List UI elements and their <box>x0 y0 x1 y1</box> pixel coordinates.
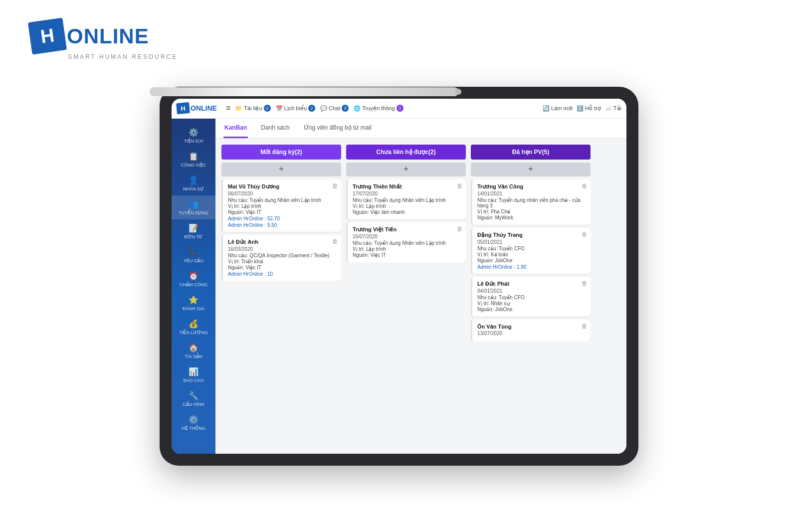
kanban-column-dahenpv: Đã hẹn PV(5) + 🗑 Trương Văn Công 14/01/2… <box>471 145 591 448</box>
card-name: Ôn Văn Tùng <box>477 324 586 330</box>
nav-item-chat[interactable]: 💬 Chat 0 <box>320 105 349 112</box>
sidebar-item-chamcong[interactable]: ⏰ CHẤM CÔNG <box>172 267 215 291</box>
hamburger-icon[interactable]: ≡ <box>226 104 230 113</box>
nhansu-icon: 👤 <box>189 176 199 185</box>
topbar-nav: 📁 Tài liệu 0 📅 Lịch biểu 2 💬 Chat 0 <box>235 105 540 112</box>
nav-lichbieu-label: Lịch biểu <box>284 105 307 112</box>
tienich-icon: ⚙️ <box>189 128 199 137</box>
card-nguon: Nguồn: Việc làm nhanh <box>353 209 461 215</box>
kanban-card-leducanh: 🗑 Lê Đức Anh 16/03/2020 Nhu cầu: QC/QA I… <box>221 235 341 281</box>
card-vitri: Vị trí: Pha Chế <box>477 209 586 214</box>
page-wrapper: H ONLINE SMART HUMAN RESOURCE H ONLINE ≡… <box>0 0 798 532</box>
sidebar-yeucau-label: YÊU CẦU <box>184 258 203 263</box>
sidebar-congviec-label: CÔNG VIỆC <box>181 163 206 168</box>
card-nguon: Nguồn: Việc IT <box>353 252 461 258</box>
help-icon[interactable]: ℹ️ Hỗ trợ <box>577 105 601 112</box>
card-date: 14/01/2021 <box>477 191 586 196</box>
card-vitri: Vị trí: Lập trình <box>228 203 336 209</box>
tablet-screen: H ONLINE ≡ 📁 Tài liệu 0 📅 Lịch biểu 2 <box>172 99 626 454</box>
card-vitri: Vị trí: Kế toán <box>477 252 586 257</box>
card-admin2: Admin HrOnline : 5.50 <box>228 222 336 228</box>
delete-icon[interactable]: 🗑 <box>582 182 588 189</box>
delete-icon[interactable]: 🗑 <box>582 323 588 330</box>
card-nguon: Nguồn: JobOne <box>477 307 586 312</box>
card-vitri: Vị trí: Lập trình <box>353 246 461 252</box>
refresh-icon[interactable]: 🔄 Làm mới <box>543 105 573 112</box>
tab-ungvien[interactable]: Ứng viên đồng bộ từ mail <box>303 119 373 138</box>
kanban-header-chualienhduoc: Chưa liên hệ được(2) <box>346 145 466 160</box>
topbar-logo: H ONLINE <box>177 103 217 114</box>
sidebar-item-donthu[interactable]: 📝 ĐƠN TỪ <box>172 219 215 243</box>
card-date: 17/07/2020 <box>353 191 461 196</box>
card-date: 16/03/2020 <box>228 246 336 252</box>
top-bar: H ONLINE ≡ 📁 Tài liệu 0 📅 Lịch biểu 2 <box>172 99 626 119</box>
kanban-cards-dahenpv: 🗑 Trương Văn Công 14/01/2021 Nhu cầu: Tu… <box>471 179 591 341</box>
sidebar-item-tienluong[interactable]: 💰 TIỀN LƯƠNG <box>172 315 215 339</box>
nav-tailieu-label: Tài liệu <box>244 105 262 112</box>
logo-text: ONLINE <box>67 24 149 48</box>
delete-icon[interactable]: 🗑 <box>582 231 588 238</box>
kanban-column-chualienhduoc: Chưa liên hệ được(2) + 🗑 Trương Thiên Nh… <box>346 145 466 448</box>
sidebar-item-taisan[interactable]: 🏠 TÀI SẢN <box>172 339 215 363</box>
nav-item-tailieu[interactable]: 📁 Tài liệu 0 <box>235 105 270 112</box>
danhgia-icon: ⭐ <box>189 295 199 305</box>
kanban-card-truongvancong: 🗑 Trương Văn Công 14/01/2021 Nhu cầu: Tu… <box>471 179 591 225</box>
tuyendung-icon: 👥 <box>189 199 199 209</box>
kanban-card-onvantung: 🗑 Ôn Văn Tùng 13/07/2020 <box>471 320 591 341</box>
folder-icon: 📁 <box>235 105 242 112</box>
kanban-card-maivuthuyduong: 🗑 Mai Vũ Thùy Dương 06/07/2020 Nhu cầu: … <box>221 179 341 232</box>
sidebar-item-yeucau[interactable]: 📞 YÊU CẦU <box>172 243 215 267</box>
kanban-add-chualienhduoc[interactable]: + <box>346 163 466 177</box>
delete-icon[interactable]: 🗑 <box>332 182 338 189</box>
card-date: 13/07/2020 <box>477 331 586 336</box>
stylus <box>150 87 459 96</box>
kanban-header-moidangky: Mới đăng ký(2) <box>221 145 341 160</box>
tab-kanban[interactable]: KanBan <box>223 119 248 138</box>
sidebar-baocao-label: BÁO CÁO <box>183 378 203 383</box>
delete-icon[interactable]: 🗑 <box>457 225 463 232</box>
chamcong-icon: ⏰ <box>189 271 199 281</box>
topbar-logo-h: H <box>176 102 190 114</box>
main-layout: ⚙️ TIỆN ÍCH 📋 CÔNG VIỆC 👤 NHÂN SỰ 👥 TUYỂ… <box>172 119 626 454</box>
content-area: KanBan Danh sách Ứng viên đồng bộ từ mai… <box>215 119 626 454</box>
card-vitri: Vị trí: Nhân sự <box>477 301 586 306</box>
card-nguon: Nguồn: Việc IT <box>228 265 336 270</box>
card-name: Trương Thiên Nhất <box>353 183 461 190</box>
delete-icon[interactable]: 🗑 <box>457 182 463 189</box>
nav-truyenthong-badge: 3 <box>397 105 403 112</box>
card-name: Lê Đức Anh <box>228 239 336 245</box>
nav-item-truyenthong[interactable]: 🌐 Truyền thông 3 <box>354 105 403 112</box>
card-nhucau: Nhu cầu: QC/QA Inspector (Garment / Text… <box>228 253 336 258</box>
sidebar-tienich-label: TIỆN ÍCH <box>184 139 203 144</box>
sidebar-item-cauhinh[interactable]: 🔧 CẤU HÌNH <box>172 387 215 411</box>
kanban-cards-chualienhduoc: 🗑 Trương Thiên Nhất 17/07/2020 Nhu cầu: … <box>346 179 466 262</box>
sidebar-item-nhansu[interactable]: 👤 NHÂN SỰ <box>172 172 215 195</box>
nav-item-lichbieu[interactable]: 📅 Lịch biểu 2 <box>276 105 315 112</box>
kanban-add-moidangky[interactable]: + <box>221 163 341 177</box>
card-name: Trương Văn Công <box>477 183 586 190</box>
sidebar-item-congviec[interactable]: 📋 CÔNG VIỆC <box>172 148 215 172</box>
sidebar-item-baocao[interactable]: 📊 BÁO CÁO <box>172 363 215 387</box>
sidebar-item-hethong[interactable]: ⚙️ HỆ THỐNG <box>172 411 215 435</box>
card-date: 05/01/2021 <box>477 239 586 245</box>
sidebar-item-tuyendung[interactable]: 👥 TUYỂN DỤNG <box>172 195 215 219</box>
sidebar-item-danhgia[interactable]: ⭐ ĐÁNH GIÁ <box>172 291 215 315</box>
tienluong-icon: 💰 <box>189 319 199 329</box>
card-date: 15/07/2020 <box>353 234 461 239</box>
tab-danhsach[interactable]: Danh sách <box>260 119 290 138</box>
delete-icon[interactable]: 🗑 <box>332 238 338 245</box>
delete-icon[interactable]: 🗑 <box>582 280 588 287</box>
kanban-cards-moidangky: 🗑 Mai Vũ Thùy Dương 06/07/2020 Nhu cầu: … <box>221 179 341 281</box>
sidebar-cauhinh-label: CẤU HÌNH <box>183 402 204 407</box>
cloud-icon[interactable]: ☁️ Tải <box>605 105 621 112</box>
card-nhucau: Nhu cầu: Tuyển dụng Nhân viên Lập trình <box>353 240 461 246</box>
kanban-card-truongviettien: 🗑 Trương Việt Tiến 15/07/2020 Nhu cầu: T… <box>346 222 466 262</box>
sidebar-chamcong-label: CHẤM CÔNG <box>180 282 207 287</box>
sidebar-tuyendung-label: TUYỂN DỤNG <box>179 210 208 215</box>
chat-icon: 💬 <box>320 105 327 112</box>
topbar-logo-text: ONLINE <box>191 104 217 112</box>
card-name: Lê Đức Phát <box>477 281 586 287</box>
sidebar-item-tienich[interactable]: ⚙️ TIỆN ÍCH <box>172 124 215 148</box>
nav-chat-label: Chat <box>329 105 340 111</box>
kanban-add-dahenpv[interactable]: + <box>471 163 591 177</box>
